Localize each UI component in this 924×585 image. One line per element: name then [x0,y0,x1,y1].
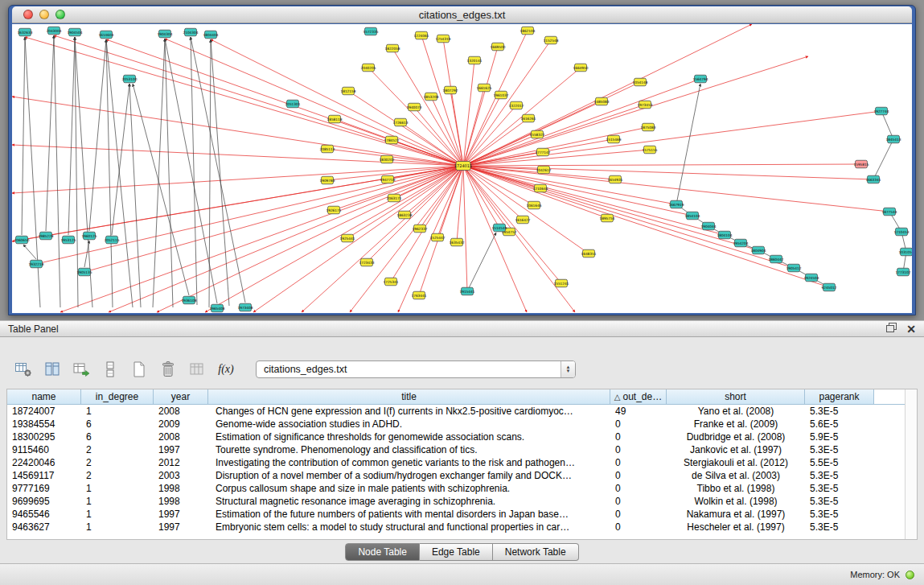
graph-node[interactable]: 1904504 [67,28,82,36]
cell-out_degree[interactable]: 0 [610,431,667,443]
graph-node[interactable]: 1784527 [384,136,399,144]
cell-in_degree[interactable]: 1 [81,508,154,521]
cell-pagerank[interactable]: 5.6E-5 [805,418,874,431]
graph-node[interactable]: 1947719 [380,175,395,183]
graph-node[interactable]: 1962337 [412,225,427,233]
graph-node[interactable]: 1985228 [38,232,53,240]
network-view[interactable]: 1807292185320819400731726613178452718302… [12,24,912,313]
cell-year[interactable]: 2012 [154,456,208,469]
cell-pagerank[interactable]: 5.3E-5 [805,495,874,508]
table-row[interactable]: 977716911998Corpus callosum shape and si… [7,482,917,495]
cell-title[interactable]: Tourette syndrome. Phenomenology and cla… [208,443,610,456]
import-table-icon[interactable] [187,359,207,380]
graph-node[interactable]: 1845413 [885,135,901,143]
cell-out_degree[interactable]: 0 [610,418,667,431]
cell-title[interactable]: Genome-wide association studies in ADHD. [208,418,610,431]
cell-in_degree[interactable]: 2 [81,443,154,456]
cell-short[interactable]: Yano et al. (2008) [667,405,805,418]
cell-out_degree[interactable]: 0 [610,495,667,508]
cell-short[interactable]: Nakamura et al. (1997) [667,508,805,521]
graph-node[interactable]: 1322017 [508,101,524,109]
graph-node[interactable]: 2052115 [104,236,119,244]
cell-pagerank[interactable]: 5.9E-5 [805,431,874,443]
graph-node[interactable]: 1940073 [406,103,421,111]
delete-table-icon[interactable] [158,359,179,380]
graph-node[interactable]: 1936108 [181,296,196,304]
cell-pagerank[interactable]: 5.3E-5 [805,443,874,456]
graph-node[interactable]: 2104304 [183,28,198,36]
graph-node[interactable]: 1485083 [593,97,609,105]
graph-node[interactable]: 1320141 [466,56,482,64]
graph-node[interactable]: 1924504 [803,274,819,282]
graph-node[interactable]: 1863238 [396,211,412,219]
cell-in_degree[interactable]: 1 [81,482,154,495]
table-row[interactable]: 969969511998Structural magnetic resonanc… [7,495,917,508]
cell-short[interactable]: Dudbridge et al. (2008) [667,431,805,443]
table-row[interactable]: 1938455462009Genome-wide association stu… [7,418,917,431]
graph-node[interactable]: 1614604 [98,31,113,39]
cell-out_degree[interactable]: 0 [610,443,667,456]
graph-node[interactable]: 1664950 [573,64,588,72]
graph-node[interactable]: 1723433 [359,258,374,266]
network-window[interactable]: citations_edges.txt 18072921853208194007… [8,5,916,315]
cell-out_degree[interactable]: 0 [610,469,667,482]
graph-node[interactable]: 1973453 [637,101,652,109]
cell-in_degree[interactable]: 6 [81,431,154,443]
cell-title[interactable]: Estimation of the future numbers of pati… [208,508,610,521]
cell-short[interactable]: de Silva et al. (2003) [667,469,805,482]
graph-node[interactable]: 1927744 [873,107,889,115]
cell-pagerank[interactable]: 5.3E-5 [805,508,874,521]
graph-node[interactable]: 1905135 [76,268,92,276]
cell-name[interactable]: 9777169 [7,482,81,495]
graph-node[interactable]: 1926171 [326,206,341,214]
graph-node[interactable]: 1763441 [411,291,426,299]
graph-node[interactable]: 2053100 [121,75,137,83]
graph-node[interactable]: 1558327 [529,130,544,138]
graph-node[interactable]: 1804404 [203,31,218,39]
float-panel-icon[interactable] [886,323,897,335]
graph-node[interactable]: 1830202 [379,155,394,163]
graph-node[interactable]: 1632633 [17,28,32,36]
graph-node[interactable]: 2043004 [46,27,61,35]
graph-node[interactable]: 1031054 [898,248,912,256]
graph-node[interactable]: 1932218 [28,260,43,268]
graph-node[interactable]: 1804104 [717,231,732,239]
cell-short[interactable]: Franke et al. (2009) [667,418,805,431]
cell-title[interactable]: Embryonic stem cells: a model to study s… [208,521,610,534]
memory-status-indicator[interactable] [906,571,914,579]
graph-node[interactable]: 1654931 [607,175,622,183]
graph-node[interactable]: 1635432 [449,238,464,246]
graph-node[interactable]: 1973408 [237,303,253,311]
table-row[interactable]: 2242004622012Investigating the contribut… [7,456,917,469]
graph-node[interactable]: 1210644 [532,184,548,192]
cell-pagerank[interactable]: 5.3E-5 [805,482,874,495]
graph-node[interactable]: 1525447 [429,233,445,241]
graph-node[interactable]: 1875083 [640,123,655,131]
graph-node[interactable]: 1254319 [435,35,450,43]
tab-node-table[interactable]: Node Table [345,543,420,561]
graph-node[interactable]: 1954204 [733,239,748,247]
cell-year[interactable]: 2008 [154,431,208,443]
cell-year[interactable]: 1997 [154,521,208,534]
graph-node[interactable]: 5572335 [363,27,378,35]
cell-year[interactable]: 1997 [154,508,208,521]
cell-name[interactable]: 22420046 [7,456,81,469]
graph-node[interactable]: 1858118 [326,115,342,123]
tab-edge-table[interactable]: Edge Table [420,543,493,561]
new-table-icon[interactable] [129,359,150,380]
graph-node[interactable]: 1807292 [442,86,458,94]
graph-node[interactable]: 1152548 [543,36,558,44]
graph-node[interactable]: 1616427 [515,216,530,224]
cell-short[interactable]: Stergiakouli et al. (2012) [667,456,805,469]
table-row[interactable]: 946554611997Estimation of the future num… [7,508,917,521]
table-row[interactable]: 1830029562008Estimation of significance … [7,431,917,443]
graph-node[interactable]: 1575155 [642,146,657,154]
edit-columns-icon[interactable] [71,359,92,380]
table-scrollbar[interactable] [905,389,917,539]
graph-node[interactable]: 1210453 [893,228,909,236]
cell-name[interactable]: 18724007 [7,405,81,418]
graph-hub-node[interactable]: 1724011 [454,162,472,171]
graph-node[interactable]: 1648351 [581,249,596,257]
column-header-pagerank[interactable]: pagerank [805,389,874,405]
graph-node[interactable]: 1616261 [520,114,536,122]
